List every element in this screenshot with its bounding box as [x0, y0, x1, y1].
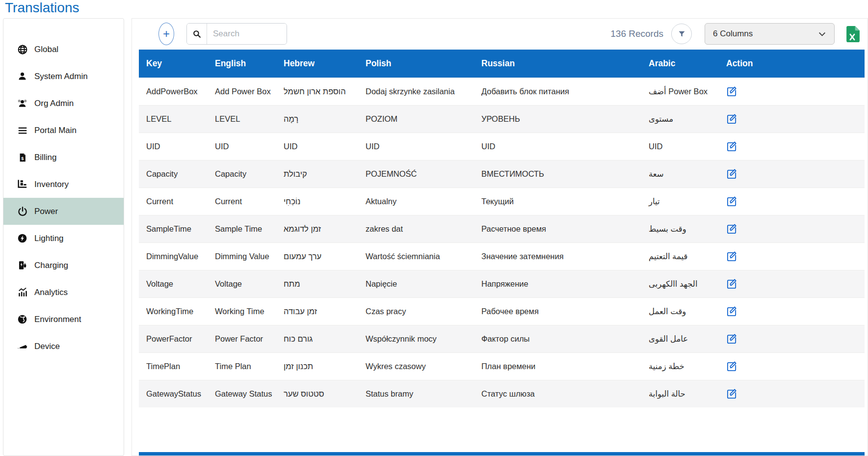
sidebar-item-portal-main[interactable]: Portal Main	[3, 117, 124, 144]
table-row: UID UID UID UID UID UID	[139, 133, 865, 161]
cell-russian: Расчетное время	[474, 215, 641, 243]
cell-english: UID	[208, 133, 276, 161]
filter-funnel-icon	[678, 30, 686, 38]
cell-key: UID	[139, 133, 208, 161]
edit-pencil-icon	[726, 388, 737, 400]
cell-action	[719, 133, 865, 161]
cell-arabic: خطة زمنية	[641, 353, 719, 380]
sidebar-item-system-admin[interactable]: System Admin	[3, 63, 124, 90]
edit-button[interactable]	[726, 168, 737, 180]
ev-charger-icon	[17, 260, 28, 271]
cell-arabic: وقت العمل	[641, 298, 719, 325]
cell-russian: Рабочее время	[474, 298, 641, 325]
table-row: AddPowerBox Add Power Box הוספת ארון חשמ…	[139, 78, 865, 106]
sidebar-item-power[interactable]: Power	[3, 198, 124, 225]
sidebar-item-label: Charging	[34, 261, 68, 270]
sidebar-item-org-admin[interactable]: Org Admin	[3, 90, 124, 117]
filter-button[interactable]	[671, 24, 692, 44]
cell-key: TimePlan	[139, 353, 208, 380]
sidebar-item-inventory[interactable]: Inventory	[3, 171, 124, 198]
main-panel: + 136 Records 6 Columns	[132, 18, 868, 456]
cell-english: Gateway Status	[208, 380, 276, 408]
edit-pencil-icon	[726, 223, 737, 235]
edit-button[interactable]	[726, 86, 737, 97]
edit-button[interactable]	[726, 223, 737, 235]
cell-english: Voltage	[208, 270, 276, 298]
cell-english: Capacity	[208, 161, 276, 188]
edit-button[interactable]	[726, 278, 737, 290]
columns-dropdown[interactable]: 6 Columns	[705, 23, 835, 45]
cell-english: Time Plan	[208, 353, 276, 380]
cell-english: LEVEL	[208, 106, 276, 133]
cell-hebrew: מתח	[276, 270, 358, 298]
edit-button[interactable]	[726, 388, 737, 400]
cell-arabic: عامل القوى	[641, 325, 719, 353]
cell-key: GatewayStatus	[139, 380, 208, 408]
sidebar: GlobalSystem AdminOrg AdminPortal Main$B…	[3, 18, 124, 456]
sidebar-item-billing[interactable]: $Billing	[3, 144, 124, 171]
cell-arabic: قيمة التعتيم	[641, 243, 719, 270]
table-row: DimmingValue Dimming Value ערך עמעום War…	[139, 243, 865, 270]
cell-action	[719, 106, 865, 133]
cell-polish: POJEMNOŚĆ	[358, 161, 474, 188]
cell-russian: Текущий	[474, 188, 641, 215]
search-input[interactable]	[207, 24, 287, 44]
sidebar-item-label: Billing	[34, 153, 56, 162]
cell-arabic: حالة البوابة	[641, 380, 719, 408]
cell-russian: Статус шлюза	[474, 380, 641, 408]
sidebar-item-global[interactable]: Global	[3, 36, 124, 63]
cell-hebrew: הוספת ארון חשמל	[276, 78, 358, 106]
svg-text:$: $	[21, 156, 24, 161]
edit-button[interactable]	[726, 113, 737, 125]
table-header-row: KeyEnglishHebrewPolishRussianArabicActio…	[139, 50, 865, 78]
edit-button[interactable]	[726, 333, 737, 345]
cell-polish: Status bramy	[358, 380, 474, 408]
chevron-down-icon	[818, 30, 826, 38]
cell-polish: Aktualny	[358, 188, 474, 215]
cell-russian: UID	[474, 133, 641, 161]
sidebar-item-label: Analytics	[34, 288, 68, 297]
edit-button[interactable]	[726, 251, 737, 262]
add-record-button[interactable]: +	[158, 23, 174, 45]
cell-polish: POZIOM	[358, 106, 474, 133]
cell-polish: zakres dat	[358, 215, 474, 243]
column-header-arabic: Arabic	[641, 50, 719, 78]
cell-russian: План времени	[474, 353, 641, 380]
export-excel-button[interactable]	[846, 26, 860, 42]
edit-button[interactable]	[726, 306, 737, 317]
sidebar-item-environment[interactable]: Environment	[3, 306, 124, 333]
cell-arabic: سعة	[641, 161, 719, 188]
sidebar-item-charging[interactable]: Charging	[3, 252, 124, 279]
cell-polish: Dodaj skrzynke zasilania	[358, 78, 474, 106]
sidebar-item-label: Device	[34, 342, 60, 351]
cell-action	[719, 78, 865, 106]
edit-pencil-icon	[726, 196, 737, 207]
cell-hebrew: ערך עמעום	[276, 243, 358, 270]
edit-button[interactable]	[726, 196, 737, 207]
translations-table: KeyEnglishHebrewPolishRussianArabicActio…	[139, 50, 865, 407]
cell-action	[719, 188, 865, 215]
sidebar-item-analytics[interactable]: Analytics	[3, 279, 124, 306]
cell-arabic: UID	[641, 133, 719, 161]
edit-pencil-icon	[726, 278, 737, 290]
edit-pencil-icon	[726, 141, 737, 152]
sidebar-item-label: Inventory	[34, 180, 69, 189]
sidebar-item-device[interactable]: Device	[3, 333, 124, 360]
cell-english: Working Time	[208, 298, 276, 325]
table-row: Current Current נוֹכְחִי Aktualny Текущи…	[139, 188, 865, 215]
sidebar-item-lighting[interactable]: Lighting	[3, 225, 124, 252]
cell-hebrew: זמן לדוגמא	[276, 215, 358, 243]
table-row: PowerFactor Power Factor גורם כוח Współc…	[139, 325, 865, 353]
column-header-key: Key	[139, 50, 208, 78]
sidebar-item-label: Power	[34, 207, 58, 216]
table-row: LEVEL LEVEL רָמָה POZIOM УРОВЕНЬ مستوى	[139, 106, 865, 133]
column-header-russian: Russian	[474, 50, 641, 78]
edit-button[interactable]	[726, 361, 737, 372]
translations-table-wrap: KeyEnglishHebrewPolishRussianArabicActio…	[139, 50, 865, 407]
cell-hebrew: רָמָה	[276, 106, 358, 133]
edit-pencil-icon	[726, 86, 737, 97]
page-title: Translations	[5, 0, 79, 16]
cell-english: Current	[208, 188, 276, 215]
cell-action	[719, 161, 865, 188]
edit-button[interactable]	[726, 141, 737, 152]
